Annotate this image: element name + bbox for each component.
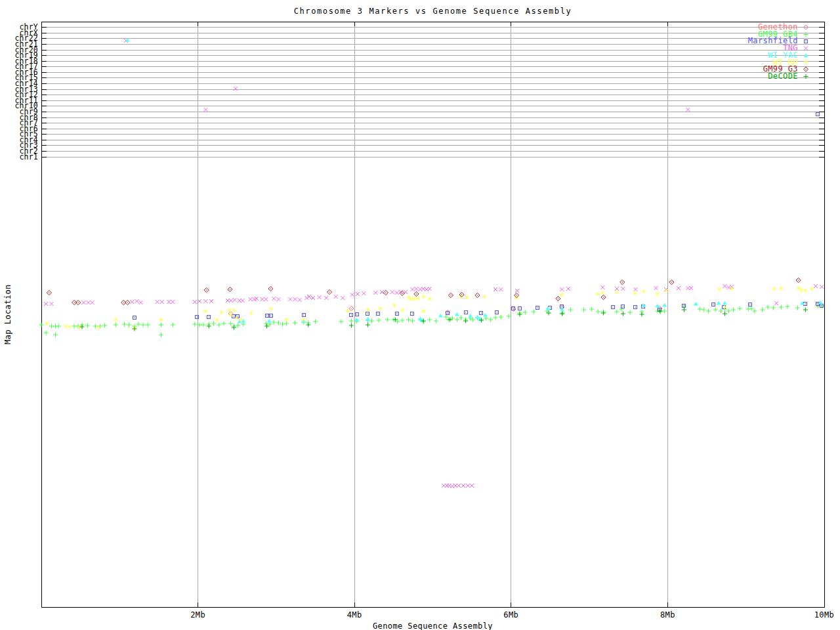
data-point-square-open-dot <box>377 313 378 314</box>
series-genethon <box>228 302 820 316</box>
legend-marker-icon <box>798 37 814 45</box>
data-point-triangle-filled <box>267 319 272 323</box>
x-tick-label-8Mb: 8Mb <box>641 610 694 620</box>
data-point-square-open-dot <box>818 114 818 114</box>
data-point-square-open-dot <box>519 308 520 308</box>
data-point-diamond-open-dot <box>603 297 604 297</box>
chromosome-marker-chart: Chromosome 3 Markers vs Genome Sequence … <box>0 0 840 630</box>
data-point-triangle-filled <box>438 314 443 318</box>
x-tick-label-4Mb: 4Mb <box>328 610 381 620</box>
legend-marker-icon <box>798 58 814 66</box>
legend-marker-icon <box>798 52 814 59</box>
data-point-diamond-open-dot <box>351 308 352 308</box>
series-decode <box>80 308 808 331</box>
data-point-square-open-dot <box>497 312 497 312</box>
x-tick-label-2Mb: 2Mb <box>172 610 224 620</box>
data-point-square-open-dot <box>513 308 514 308</box>
data-point-triangle-filled <box>483 313 488 317</box>
data-point-diamond-open-dot <box>671 282 672 282</box>
data-point-square-open-dot <box>351 314 352 315</box>
legend-marker-icon <box>798 31 814 38</box>
data-point-square-open-dot <box>266 315 267 316</box>
data-point-diamond-open-dot <box>450 295 451 295</box>
data-point-square-open-dot <box>623 306 623 306</box>
data-point-triangle-filled <box>723 301 727 305</box>
data-point-diamond-open-dot <box>230 289 230 289</box>
data-point-square-open-dot <box>396 313 397 314</box>
x-axis-title: Genome Sequence Assembly <box>41 621 824 630</box>
data-point-diamond-open-dot <box>622 282 623 282</box>
data-point-square-open-dot <box>134 317 135 318</box>
legend-label: DeCODE <box>768 73 798 80</box>
data-point-square-open-dot <box>197 316 198 317</box>
data-point-diamond-open-dot <box>329 291 329 292</box>
data-point-square-open-dot <box>368 313 368 314</box>
series-wi-yac <box>125 38 823 324</box>
data-point-triangle-filled <box>717 301 721 305</box>
data-point-triangle-filled <box>455 312 459 316</box>
data-point-diamond-open-dot <box>123 302 124 303</box>
data-point-diamond-open-dot <box>477 295 478 295</box>
data-point-diamond-open-dot <box>49 292 49 293</box>
data-point-triangle-filled <box>366 317 370 321</box>
data-point-triangle-filled <box>475 315 480 319</box>
series-marshfield <box>133 113 823 320</box>
data-point-triangle-filled <box>545 306 550 310</box>
y-tick-label-chr1: chr1 <box>0 154 38 160</box>
data-point-square-open-dot <box>713 304 713 304</box>
data-point-square-open-dot <box>684 305 684 306</box>
data-point-square-open-dot <box>537 307 538 308</box>
data-point-square-open-dot <box>635 306 636 307</box>
data-point-square-open-dot <box>562 306 562 306</box>
data-point-diamond-open-dot <box>385 292 386 293</box>
data-point-diamond-open-dot <box>416 293 417 294</box>
data-point-square-open-dot <box>238 316 238 316</box>
data-point-square-open-dot <box>805 303 806 304</box>
legend-marker-icon <box>798 45 814 52</box>
data-point-triangle-filled <box>694 302 698 306</box>
series-wi-rh <box>45 286 814 331</box>
data-point-square-open-dot <box>822 305 822 306</box>
plot-area <box>0 0 840 630</box>
series-gm99-gb4 <box>39 304 824 337</box>
data-point-square-open-dot <box>356 314 357 314</box>
data-point-square-open-dot <box>209 316 209 317</box>
data-point-triangle-filled <box>804 53 808 57</box>
data-point-square-open-dot <box>550 307 551 308</box>
legend-row-decode: DeCODE <box>676 73 814 80</box>
series-gm99-g3 <box>47 278 801 304</box>
data-point-diamond-open-dot <box>558 298 558 299</box>
data-point-triangle-filled <box>354 318 359 322</box>
data-point-square-open-dot <box>805 41 806 41</box>
data-point-diamond-open-dot <box>798 280 799 280</box>
data-point-diamond-open-dot <box>805 27 806 28</box>
data-point-diamond-open-dot <box>402 293 402 293</box>
data-point-diamond-open-dot <box>77 302 78 303</box>
x-tick-label-6Mb: 6Mb <box>485 610 537 620</box>
legend-marker-icon <box>798 24 814 31</box>
data-point-diamond-open-dot <box>516 295 517 295</box>
data-point-square-open-dot <box>270 315 271 316</box>
data-point-diamond-open-dot <box>461 294 462 295</box>
data-point-square-open-dot <box>465 312 466 312</box>
data-point-square-open-dot <box>303 314 304 315</box>
data-point-triangle-filled <box>655 304 660 308</box>
legend-marker-icon <box>798 66 814 73</box>
data-point-diamond-open-dot <box>270 288 271 289</box>
data-point-square-open-dot <box>412 313 413 314</box>
data-point-square-open-dot <box>749 304 750 304</box>
data-point-diamond-open-dot <box>74 302 75 303</box>
data-point-square-open-dot <box>234 316 234 316</box>
data-point-triangle-filled <box>662 303 667 307</box>
data-point-square-open-dot <box>612 306 613 307</box>
legend-marker-icon <box>798 73 814 80</box>
data-point-square-open-dot <box>448 312 448 313</box>
data-point-diamond-open-dot <box>127 302 128 303</box>
data-point-diamond-open-dot <box>206 289 207 290</box>
plot-border <box>41 22 824 607</box>
data-point-diamond-open-dot <box>805 69 806 70</box>
data-point-triangle-filled <box>468 314 472 318</box>
data-point-square-open-dot <box>481 312 482 313</box>
x-tick-label-10Mb: 10Mb <box>798 610 840 620</box>
